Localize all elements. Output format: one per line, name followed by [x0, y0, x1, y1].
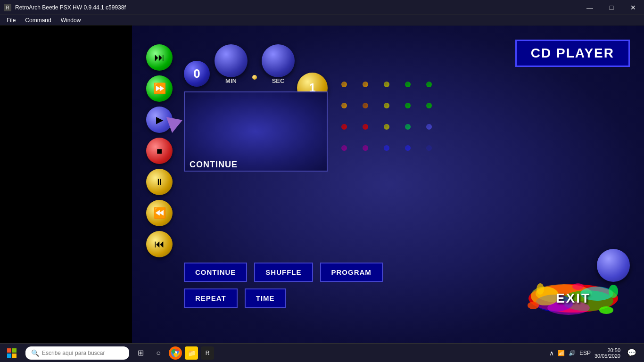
colon-dot — [252, 75, 257, 80]
shuffle-button[interactable]: SHUFFLE — [254, 263, 313, 282]
rewind-button[interactable]: ⏪ — [146, 200, 173, 226]
task-view-button[interactable]: ⊞ — [133, 346, 148, 361]
svg-rect-14 — [7, 348, 11, 353]
decorative-ball — [597, 249, 630, 282]
svg-rect-16 — [7, 354, 11, 358]
svg-rect-17 — [12, 354, 17, 358]
fast-forward-button[interactable]: ⏩ — [146, 75, 173, 102]
track-dot[interactable] — [426, 145, 432, 151]
art-display: CONTINUE — [184, 91, 328, 172]
dot-grid — [335, 75, 438, 157]
network-icon[interactable]: 📶 — [558, 350, 565, 356]
exit-splash: EXIT — [526, 282, 620, 315]
language-indicator: ESP — [579, 350, 591, 356]
art-label: CONTINUE — [185, 158, 242, 172]
track-dot[interactable] — [341, 103, 347, 108]
sec-ball — [262, 44, 295, 77]
repeat-button[interactable]: REPEAT — [184, 288, 238, 308]
windows-icon — [6, 347, 17, 359]
taskbar: 🔍 ⊞ ○ 📁 R ∧ 📶 🔊 ESP 20:50 30/05/2020 💬 — [0, 343, 644, 362]
menu-file[interactable]: File — [2, 16, 20, 25]
min-ball — [215, 44, 248, 77]
cdplayer-panel: CD PLAYER ⏭ ⏩ ▶ ■ ⏸ ⏪ ⏮ — [132, 25, 644, 343]
main-content: CD PLAYER ⏭ ⏩ ▶ ■ ⏸ ⏪ ⏮ — [0, 25, 644, 343]
controls-column: ⏭ ⏩ ▶ ■ ⏸ ⏪ ⏮ — [146, 44, 173, 257]
search-bar[interactable]: 🔍 — [25, 346, 129, 360]
continue-button[interactable]: CONTINUE — [184, 263, 247, 282]
mode-buttons-row1: CONTINUE SHUFFLE PROGRAM — [184, 263, 383, 282]
cortana-button[interactable]: ○ — [151, 346, 166, 361]
show-hidden-icons[interactable]: ∧ — [549, 349, 554, 357]
mode-buttons-row2: REPEAT TIME — [184, 288, 286, 308]
search-input[interactable] — [42, 350, 124, 356]
stop-button[interactable]: ■ — [146, 138, 173, 164]
time-button[interactable]: TIME — [245, 288, 286, 308]
sec-label: SEC — [272, 77, 285, 84]
track-dot[interactable] — [384, 145, 389, 151]
svg-text:R: R — [6, 5, 9, 10]
track-dot[interactable] — [341, 124, 347, 130]
clock-time: 20:50 — [594, 347, 620, 353]
minutes-display: 0 — [184, 61, 210, 87]
track-dot[interactable] — [384, 82, 389, 87]
menubar: File Command Window — [0, 15, 644, 25]
svg-point-11 — [599, 306, 613, 314]
svg-point-13 — [572, 283, 584, 290]
track-dot[interactable] — [384, 124, 389, 130]
taskbar-right: ∧ 📶 🔊 ESP 20:50 30/05/2020 💬 — [549, 346, 644, 361]
chrome-icon[interactable] — [169, 346, 182, 360]
skip-forward-button[interactable]: ⏭ — [146, 44, 173, 71]
track-dot[interactable] — [426, 103, 432, 108]
min-label: MIN — [225, 77, 237, 84]
files-icon[interactable]: 📁 — [185, 346, 198, 360]
track-dot[interactable] — [405, 145, 411, 151]
track-dot[interactable] — [405, 124, 411, 130]
program-button[interactable]: PROGRAM — [320, 263, 383, 282]
track-dot[interactable] — [426, 82, 432, 87]
track-dot[interactable] — [341, 145, 347, 151]
minimize-button[interactable]: — — [579, 0, 601, 15]
maximize-button[interactable]: □ — [601, 0, 622, 15]
system-clock[interactable]: 20:50 30/05/2020 — [594, 347, 620, 359]
track-dot[interactable] — [405, 82, 411, 87]
left-black-panel — [0, 25, 132, 343]
track-dot[interactable] — [405, 103, 411, 108]
start-button[interactable] — [0, 344, 24, 362]
window-title: RetroArch Beetle PSX HW 0.9.44.1 c59938f — [15, 4, 126, 11]
menu-window[interactable]: Window — [56, 16, 86, 25]
app-icon: R — [4, 4, 11, 11]
track-dot[interactable] — [363, 82, 368, 87]
svg-point-12 — [537, 283, 544, 295]
retroarch-icon[interactable]: R — [201, 346, 214, 360]
exit-label: EXIT — [556, 291, 591, 306]
track-dot[interactable] — [384, 103, 389, 108]
track-dot[interactable] — [426, 124, 432, 130]
titlebar-left: R RetroArch Beetle PSX HW 0.9.44.1 c5993… — [0, 4, 126, 11]
menu-command[interactable]: Command — [20, 16, 56, 25]
close-button[interactable]: ✕ — [622, 0, 644, 15]
window-controls: — □ ✕ — [579, 0, 644, 15]
titlebar: R RetroArch Beetle PSX HW 0.9.44.1 c5993… — [0, 0, 644, 15]
cdplayer-title: CD PLAYER — [515, 40, 630, 67]
clock-date: 30/05/2020 — [594, 353, 620, 359]
svg-rect-15 — [12, 348, 17, 353]
track-dot[interactable] — [341, 82, 347, 87]
track-dot[interactable] — [363, 145, 368, 151]
display-area: 0 MIN SEC — [184, 44, 295, 87]
volume-icon[interactable]: 🔊 — [569, 350, 576, 356]
svg-point-9 — [528, 302, 539, 309]
search-icon: 🔍 — [31, 349, 39, 357]
exit-button[interactable]: EXIT — [526, 282, 620, 315]
taskbar-icons: ⊞ ○ 📁 R — [133, 346, 214, 361]
svg-point-10 — [609, 285, 618, 298]
pause-button[interactable]: ⏸ — [146, 169, 173, 195]
track-dot[interactable] — [363, 103, 368, 108]
track-dot[interactable] — [363, 124, 368, 130]
notification-button[interactable]: 💬 — [624, 346, 639, 361]
skip-back-button[interactable]: ⏮ — [146, 231, 173, 257]
